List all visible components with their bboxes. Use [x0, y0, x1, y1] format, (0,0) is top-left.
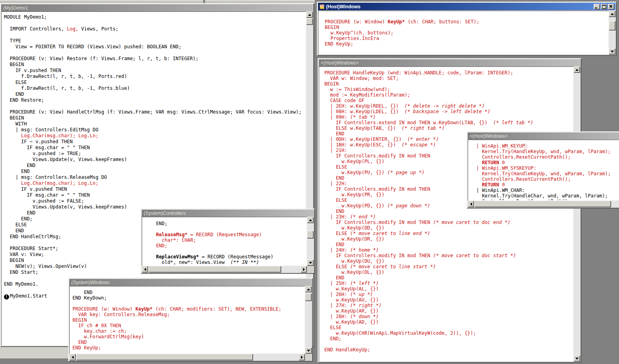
- scroll-thumb[interactable]: [307, 231, 314, 239]
- vertical-scrollbar[interactable]: [305, 286, 312, 354]
- vertical-scrollbar[interactable]: [609, 11, 615, 55]
- code-editor[interactable]: | WinApi.WM_KEYUP: Kernel.Try(HandleKeyU…: [468, 140, 619, 201]
- window-title-bar[interactable]: (System)Controllers: [142, 210, 314, 217]
- code-line: TYPE: [4, 38, 306, 44]
- code-text: END: [72, 339, 87, 345]
- scroll-thumb[interactable]: [474, 201, 611, 207]
- scroll-left-button[interactable]: [69, 354, 76, 360]
- code-line: char*: CHAR;: [145, 237, 307, 243]
- window-title-bar[interactable]: (Host)Windows: [318, 3, 615, 10]
- code-text: w.KeyUp(DU, {}): [324, 258, 385, 264]
- code-line: key.char := ch;: [72, 328, 305, 334]
- scroll-up-button[interactable]: [609, 11, 615, 17]
- code-text: Views, Ports;: [78, 26, 118, 32]
- code-line: ReleaseMsg* = RECORD (RequestMessage): [145, 232, 307, 237]
- code-text: END: [4, 228, 24, 233]
- horizontal-scrollbar[interactable]: [142, 266, 307, 273]
- code-text: END Start;: [4, 269, 38, 275]
- window-host-windows: (Host)Windows PROCEDURE (w: Window) KeyU…: [317, 2, 617, 56]
- vertical-scrollbar[interactable]: [307, 217, 314, 266]
- maximize-button[interactable]: [601, 4, 607, 9]
- code-text: w.KeyUp(PD, {}): [324, 203, 387, 209]
- code-text: PROCEDURE (v: View) HandleCtrlMsg (f: Vi…: [4, 109, 301, 115]
- scroll-thumb[interactable]: [76, 354, 253, 360]
- minimize-button[interactable]: [594, 4, 600, 9]
- code-text: w.KeyUp(AU, {}): [324, 297, 379, 303]
- horizontal-scrollbar[interactable]: [69, 354, 305, 360]
- code-text: f.DrawRect(l, r, t, b, -1, Ports.blue): [4, 85, 130, 91]
- code-line: | 24H: (* home *): [324, 247, 573, 253]
- window-title-bar[interactable]: <(Host)Windows>: [319, 59, 580, 66]
- scroll-up-button[interactable]: [305, 286, 312, 292]
- code-text: (* move caret to line start *): [350, 264, 436, 269]
- scroll-down-button[interactable]: [609, 48, 615, 55]
- code-text: (* delete -> right delete *): [404, 103, 484, 109]
- code-editor[interactable]: ENDEND KeyDown;PROCEDURE (w: Window) Key…: [69, 286, 305, 354]
- scroll-thumb[interactable]: [149, 266, 281, 273]
- code-editor[interactable]: END; ReleaseMsg* = RECORD (RequestMessag…: [142, 217, 307, 266]
- window-title-bar[interactable]: (System)Windows: [69, 279, 312, 286]
- code-line: Kernel.Try(HandleKeyUp, wnd, wParam, lPa…: [470, 149, 619, 154]
- scroll-thumb[interactable]: [609, 21, 615, 30]
- scroll-thumb[interactable]: [305, 293, 312, 301]
- code-text: IF Controllers.modify IN mod THEN: [324, 253, 433, 258]
- code-text: END: [324, 242, 345, 247]
- scroll-left-button[interactable]: [468, 201, 474, 207]
- commander-icon[interactable]: !: [4, 294, 9, 300]
- code-text: (ch: CHAR; buttons: SET);: [405, 19, 479, 25]
- window-title: (System)Controllers: [144, 210, 186, 216]
- code-text: View = POINTER TO RECORD (Views.View) pu…: [4, 44, 181, 49]
- code-text: IMPORT Controllers,: [4, 26, 67, 32]
- scroll-left-button[interactable]: [142, 266, 148, 273]
- code-editor[interactable]: PROCEDURE (w: Window) KeyUp* (ch: CHAR; …: [318, 11, 609, 55]
- code-text: w.KeyUp(DD, {}): [324, 225, 385, 231]
- code-text: RETURN: [482, 182, 499, 188]
- code-text: w.KeyUp^(ch, buttons);: [325, 30, 393, 36]
- code-line: END: [4, 163, 306, 169]
- code-text: (* page down *): [387, 203, 430, 209]
- code-text: w.KeyUp(PR, {}): [324, 192, 385, 197]
- scroll-up-button[interactable]: [306, 11, 313, 18]
- scroll-right-button[interactable]: [299, 354, 305, 360]
- code-text: [470, 182, 482, 188]
- code-line: IF Controllers.modify IN mod THEN (* mov…: [324, 253, 573, 258]
- scroll-down-button[interactable]: [307, 260, 314, 266]
- code-line: END KeyDown;: [72, 295, 305, 301]
- scroll-up-button[interactable]: [307, 217, 314, 223]
- code-text: | msg: Controllers.EditMsg DO: [4, 127, 98, 133]
- code-line: END: [324, 209, 573, 214]
- code-text: (* move caret to doc start *): [433, 253, 516, 258]
- code-text: [145, 232, 156, 237]
- code-text: w := ThisWindow(wnd);: [324, 87, 390, 92]
- code-text: WITH: [4, 121, 27, 127]
- background-window-area[interactable]: [0, 347, 68, 358]
- code-text: ReplaceViewMsg*: [156, 254, 199, 260]
- code-line: | 27H: (* right *): [324, 303, 573, 308]
- code-editor[interactable]: PROCEDURE HandleKeyUp (wnd: WinApi.HANDL…: [319, 66, 573, 362]
- code-line: f.DrawRect(l, r, t, b, -1, Ports.red): [4, 74, 306, 80]
- code-line: | 2EH: w.KeyUp(RDEL, {}) (* delete -> ri…: [324, 103, 573, 109]
- code-line: | msg: Controllers.ReleaseMsg DO: [4, 174, 306, 180]
- code-line: w.KeyUp^(ch, buttons);: [325, 30, 608, 36]
- code-line: IF msg.char = " " THEN: [4, 192, 306, 198]
- code-text: IF v.pushed THEN: [4, 68, 61, 73]
- code-text: ELSE: [324, 197, 347, 203]
- code-text: Kernel.Try(HandleKeyUp, wnd, wParam, lPa…: [470, 171, 611, 176]
- window-title-bar[interactable]: (My)Demo1: [1, 4, 313, 11]
- scroll-right-button[interactable]: [301, 266, 307, 273]
- code-line: Log.Char(msg.char); Log.Ln;: [4, 180, 306, 186]
- code-line: END: [324, 242, 573, 247]
- code-text: w.ForwardCtrlMsg(key): [72, 334, 144, 339]
- code-text: END: [324, 175, 345, 181]
- horizontal-scrollbar[interactable]: [468, 201, 619, 207]
- code-text: w.KeyUp(AL, {}): [324, 286, 379, 292]
- scroll-up-button[interactable]: [573, 66, 580, 73]
- scroll-down-button[interactable]: [573, 355, 580, 362]
- code-text: Log.Char(msg.char); Log.Ln;: [21, 180, 98, 186]
- window-title-bar[interactable]: <(Host)Windows>: [468, 133, 619, 140]
- vertical-scrollbar[interactable]: [573, 66, 580, 362]
- close-button[interactable]: [608, 4, 614, 9]
- scroll-thumb[interactable]: [306, 18, 313, 25]
- scroll-down-button[interactable]: [305, 347, 312, 354]
- code-line: old*, new*: Views.View (** IN **): [145, 260, 307, 265]
